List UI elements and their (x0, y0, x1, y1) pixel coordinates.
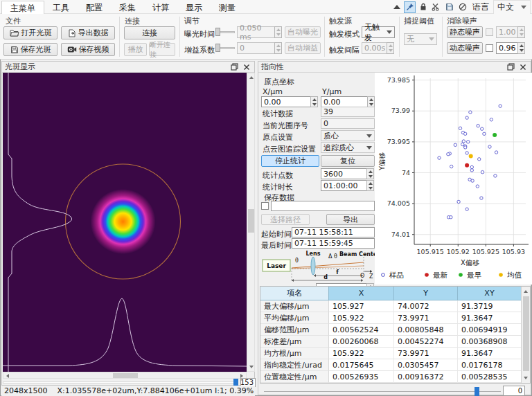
bottom-slider-thumb[interactable] (475, 387, 479, 396)
stats-points-field[interactable]: 3600 (321, 168, 367, 179)
threshold-value: 无 (407, 34, 414, 44)
stats-duration-spinner[interactable] (366, 180, 374, 191)
dynamic-noise-button[interactable]: 动态噪声 (447, 42, 483, 54)
disconnect-button[interactable]: 断开连接 (149, 43, 175, 56)
sample-point (450, 216, 452, 219)
save-path-field[interactable] (271, 201, 375, 211)
sample-point (463, 132, 466, 135)
exposure-slider[interactable] (215, 28, 235, 36)
x-tick-label: 105.915 (417, 248, 444, 255)
trigger-interval-field[interactable]: 0.00s (362, 42, 387, 54)
reset-button[interactable]: 复位 (321, 155, 375, 167)
beam-vertical-scrollbar[interactable] (247, 73, 255, 372)
sample-point (470, 169, 473, 172)
origin-y-field[interactable]: 0.00 (321, 96, 368, 107)
bottom-slider-track[interactable] (264, 391, 501, 392)
exposure-value-field[interactable]: 0.050 ms (237, 26, 275, 38)
language-select[interactable]: 中文 (493, 0, 531, 15)
status-bar: 2048x1500 X:1.035578e+02um,Y:7.884106e+0… (1, 386, 255, 396)
pointing-panel: 指向性 原点坐标 X/μm Y/μm 0.00 0.00 统计数据 39 当前光… (258, 61, 531, 395)
save-video-button[interactable]: 保存视频 (61, 43, 115, 56)
svg-text:Beam Center: Beam Center (339, 251, 375, 258)
save-spot-button[interactable]: 保存光斑 (3, 43, 57, 56)
static-noise-checkbox[interactable] (486, 28, 493, 36)
gain-slider[interactable] (215, 44, 235, 52)
beam-horizontal-scrollbar[interactable] (3, 372, 247, 379)
table-header-cell[interactable]: 项名 (260, 287, 329, 300)
menu-tab[interactable]: 采集 (111, 1, 144, 14)
table-header-cell[interactable]: XY (458, 287, 522, 300)
table-header-cell[interactable]: X (329, 287, 394, 300)
menu-tab[interactable]: 显示 (177, 1, 211, 14)
open-spot-button[interactable]: 打开光斑 (3, 26, 57, 39)
about-icon[interactable] (456, 1, 468, 13)
pin-icon[interactable] (404, 1, 416, 13)
frame-slider-track[interactable] (3, 381, 238, 384)
dynamic-noise-field[interactable]: 0.96 (496, 42, 518, 54)
menu-tab[interactable]: 配置 (78, 1, 111, 14)
stats-points-spinner[interactable] (366, 168, 374, 179)
float-panel-icon[interactable] (229, 62, 239, 71)
menu-tab[interactable]: 测量 (211, 1, 244, 14)
table-row: 位置稳定性/μm0.005269350.009163720.00528535 (260, 371, 522, 383)
close-panel-icon[interactable] (242, 62, 251, 71)
gain-spinner[interactable] (274, 42, 282, 54)
lock-icon[interactable] (417, 1, 429, 13)
gain-value-field[interactable]: 0 (237, 42, 275, 54)
close-panel-icon[interactable] (518, 62, 528, 71)
export-data-button[interactable]: 导出数据 (61, 26, 115, 39)
dynamic-noise-checkbox[interactable] (486, 44, 493, 52)
float-panel-icon[interactable] (506, 62, 515, 71)
connect-label: 连接 (142, 28, 157, 38)
menu-tab[interactable]: 工具 (44, 1, 78, 14)
sample-point (490, 118, 493, 121)
dynamic-noise-label: 动态噪声 (450, 43, 480, 53)
beam-image-canvas[interactable] (3, 73, 247, 372)
choose-path-button[interactable]: 选择路径 (261, 214, 310, 225)
exposure-spinner[interactable] (274, 26, 282, 38)
stop-statistics-button[interactable]: 停止统计 (261, 155, 319, 167)
origin-x-spinner[interactable] (310, 96, 318, 107)
table-cell-name: 指向稳定性/urad (260, 359, 329, 371)
trigger-mode-label: 触发模式 (329, 29, 360, 39)
menu-tab[interactable]: 计算 (144, 1, 177, 14)
bottom-slider-field[interactable]: 0 (503, 386, 525, 396)
sample-point (438, 156, 441, 159)
ribbon-toolbar: 文件 打开光斑 导出数据 保存光斑 保存视频 连接 连接 播放 断开连接 调节 … (0, 14, 532, 60)
sample-point (462, 140, 465, 143)
origin-x-field[interactable]: 0.00 (261, 96, 311, 107)
menu-tabs: 主菜单工具配置采集计算显示测量 (1, 1, 244, 14)
export-button[interactable]: 导出 (326, 214, 375, 225)
play-button[interactable]: 播放 (124, 43, 147, 56)
sample-point (457, 200, 460, 203)
auto-exposure-button[interactable]: 自动曝光 (285, 26, 321, 38)
floppy-icon (10, 46, 19, 54)
trigger-mode-select[interactable]: 无触发 (362, 26, 395, 38)
table-row: 标准差/μm0.002600680.004522740.00368908 (260, 336, 522, 348)
start-time-field[interactable]: 07-11 15:58:11 (292, 227, 375, 237)
trigger-interval-spinner[interactable] (387, 42, 394, 54)
origin-y-spinner[interactable] (367, 96, 375, 107)
legend-marker (459, 273, 463, 277)
bottom-slider-value: 0 (518, 387, 522, 395)
table-header-cell[interactable]: Y (394, 287, 458, 300)
save-data-checkbox[interactable] (261, 202, 269, 210)
end-time-field[interactable]: 07-11 15:59:45 (292, 238, 375, 249)
collapse-ribbon-icon[interactable] (391, 1, 402, 13)
stats-duration-field[interactable]: 01:00:00 (321, 180, 367, 191)
table-vertical-scrollbar[interactable] (521, 287, 530, 383)
menu-tab[interactable]: 主菜单 (1, 1, 44, 14)
auto-gain-button[interactable]: 自动增益 (285, 42, 321, 54)
gain-value: 0 (240, 44, 245, 53)
save-icon[interactable] (443, 1, 455, 13)
scissors-icon[interactable] (430, 1, 442, 13)
connect-button[interactable]: 连接 (124, 26, 175, 39)
origin-setting-select[interactable]: 质心 (321, 130, 375, 141)
static-noise-spinner[interactable] (517, 26, 525, 38)
dynamic-noise-spinner[interactable] (517, 42, 525, 54)
static-noise-field[interactable]: 1.00 (496, 26, 518, 38)
static-noise-button[interactable]: 静态噪声 (447, 26, 483, 38)
trace-setting-select[interactable]: 追踪质心 (321, 142, 375, 153)
threshold-select[interactable]: 无 (404, 33, 437, 45)
table-cell-y: 0.00916372 (394, 371, 458, 383)
